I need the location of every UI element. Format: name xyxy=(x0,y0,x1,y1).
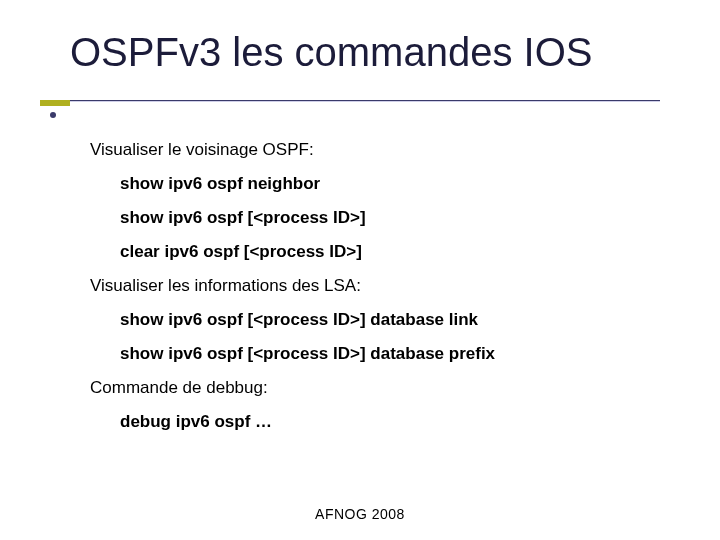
title-part1: OSPFv3 xyxy=(70,30,221,74)
command-text: debug ipv6 ospf … xyxy=(120,412,650,432)
slide: OSPFv3 les commandes IOS Visualiser le v… xyxy=(0,0,720,540)
title-part2: les commandes IOS xyxy=(232,30,592,74)
command-text: show ipv6 ospf [<process ID>] xyxy=(120,208,650,228)
command-text: show ipv6 ospf [<process ID>] database p… xyxy=(120,344,650,364)
section-heading: Visualiser les informations des LSA: xyxy=(90,276,650,296)
section-heading: Visualiser le voisinage OSPF: xyxy=(90,140,650,160)
title-rule-accent xyxy=(40,100,70,106)
slide-footer: AFNOG 2008 xyxy=(0,506,720,522)
title-bullet-icon xyxy=(50,112,56,118)
command-text: clear ipv6 ospf [<process ID>] xyxy=(120,242,650,262)
command-text: show ipv6 ospf [<process ID>] database l… xyxy=(120,310,650,330)
title-rule xyxy=(40,100,660,101)
command-text: show ipv6 ospf neighbor xyxy=(120,174,650,194)
section-heading: Commande de debbug: xyxy=(90,378,650,398)
slide-title: OSPFv3 les commandes IOS xyxy=(70,30,592,74)
slide-body: Visualiser le voisinage OSPF: show ipv6 … xyxy=(90,140,650,446)
